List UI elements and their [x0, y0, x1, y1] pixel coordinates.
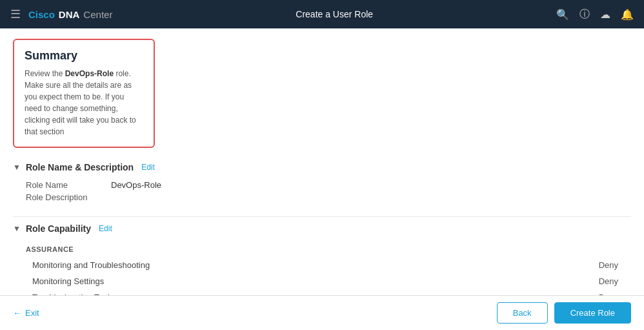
help-icon[interactable]: ⓘ [579, 8, 590, 21]
section-capability: ▼ Role Capability Edit ASSURANCE Monitor… [13, 217, 631, 295]
role-name-value: DevOps-Role [111, 180, 161, 190]
role-description-row: Role Description [26, 192, 618, 202]
create-role-button[interactable]: Create Role [554, 302, 631, 324]
exit-icon: ← [13, 308, 21, 318]
bell-icon[interactable]: 🔔 [621, 8, 634, 21]
summary-card: Summary Review the DevOps-Role role. Mak… [13, 39, 155, 148]
header: ☰ Cisco DNA Center Create a User Role 🔍 … [0, 0, 644, 28]
header-brand: Cisco DNA Center [28, 9, 112, 20]
main-content: Summary Review the DevOps-Role role. Mak… [0, 28, 644, 295]
role-info: Role Name DevOps-Role Role Description [13, 178, 631, 211]
brand-cisco: Cisco [28, 9, 55, 20]
section-capability-title: Role Capability [26, 223, 91, 234]
cap-name-0-1: Monitoring Settings [32, 276, 104, 286]
back-button[interactable]: Back [497, 302, 548, 324]
cap-value-0-1: Deny [599, 276, 618, 286]
section-capability-header[interactable]: ▼ Role Capability Edit [13, 217, 631, 239]
capability-monitoring-troubleshooting: Monitoring and Troubleshooting Deny [13, 257, 631, 273]
group-assurance-title: ASSURANCE [13, 239, 631, 257]
cap-value-0-0: Deny [599, 260, 618, 270]
summary-title: Summary [25, 49, 143, 63]
role-name-row: Role Name DevOps-Role [26, 180, 618, 190]
exit-button[interactable]: ← Exit [13, 308, 39, 318]
cap-name-0-0: Monitoring and Troubleshooting [32, 260, 150, 270]
summary-role-name: DevOps-Role [65, 69, 114, 78]
exit-label: Exit [25, 308, 39, 318]
role-description-label: Role Description [26, 192, 103, 202]
role-edit-link[interactable]: Edit [141, 163, 155, 172]
header-icons: 🔍 ⓘ ☁ 🔔 [556, 8, 634, 21]
section-role-title: Role Name & Description [26, 162, 134, 172]
brand-dna: DNA [59, 9, 80, 20]
footer: ← Exit Back Create Role [0, 295, 644, 330]
capability-edit-link[interactable]: Edit [99, 224, 112, 233]
capability-monitoring-settings: Monitoring Settings Deny [13, 273, 631, 289]
header-left: ☰ Cisco DNA Center [10, 7, 112, 21]
collapse-icon: ▼ [13, 163, 21, 172]
summary-description: Review the DevOps-Role role. Make sure a… [25, 68, 143, 138]
section-role-header[interactable]: ▼ Role Name & Description Edit [13, 156, 631, 178]
capability-collapse-icon: ▼ [13, 224, 21, 233]
page-title: Create a User Role [296, 9, 373, 19]
capability-troubleshooting-tools: Troubleshooting Tools Deny [13, 289, 631, 295]
menu-icon[interactable]: ☰ [10, 7, 21, 21]
role-name-label: Role Name [26, 180, 103, 190]
search-icon[interactable]: 🔍 [556, 8, 569, 21]
section-role-name: ▼ Role Name & Description Edit Role Name… [13, 156, 631, 217]
scrollable-content[interactable]: ▼ Role Name & Description Edit Role Name… [0, 156, 644, 295]
summary-desc-prefix: Review the [25, 69, 65, 78]
footer-actions: Back Create Role [497, 302, 631, 324]
summary-desc-suffix: role. Make sure all the details are as y… [25, 69, 136, 136]
cloud-icon[interactable]: ☁ [600, 8, 610, 21]
brand-center: Center [83, 9, 112, 20]
